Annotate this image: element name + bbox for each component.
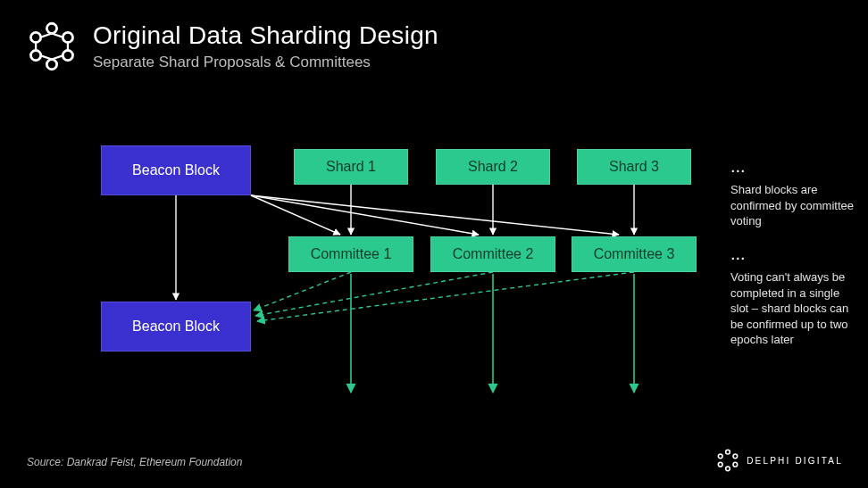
beacon-block-1: Beacon Block (101, 145, 251, 195)
svg-point-20 (733, 454, 738, 459)
diagram: Beacon Block Beacon Block Shard 1 Shard … (0, 0, 868, 488)
source-attribution: Source: Dankrad Feist, Ethereum Foundati… (27, 456, 242, 468)
beacon-block-2: Beacon Block (101, 302, 251, 352)
shard-2: Shard 2 (436, 149, 550, 185)
shard-1: Shard 1 (294, 149, 408, 185)
ellipsis-top: ... (730, 156, 746, 177)
svg-line-7 (251, 195, 479, 235)
brand-footer: DELPHI DIGITAL (716, 449, 843, 472)
svg-line-15 (257, 272, 634, 321)
delphi-logo-small-icon (716, 449, 739, 472)
committee-2: Committee 2 (430, 236, 555, 272)
note-voting-delay: Voting can't always be completed in a si… (730, 269, 855, 348)
svg-point-24 (718, 454, 722, 459)
note-committee-voting: Shard blocks are confirmed by committee … (730, 182, 855, 229)
shard-3: Shard 3 (577, 149, 691, 185)
brand-text: DELPHI DIGITAL (747, 456, 843, 466)
svg-line-8 (251, 195, 619, 235)
svg-point-21 (733, 462, 738, 467)
committee-3: Committee 3 (572, 236, 697, 272)
committee-1: Committee 1 (288, 236, 413, 272)
svg-line-13 (254, 272, 351, 310)
svg-point-19 (726, 450, 730, 454)
ellipsis-mid: ... (730, 244, 746, 264)
svg-line-6 (251, 195, 340, 235)
svg-point-23 (718, 462, 722, 467)
svg-line-14 (255, 272, 493, 316)
svg-point-22 (726, 467, 730, 471)
